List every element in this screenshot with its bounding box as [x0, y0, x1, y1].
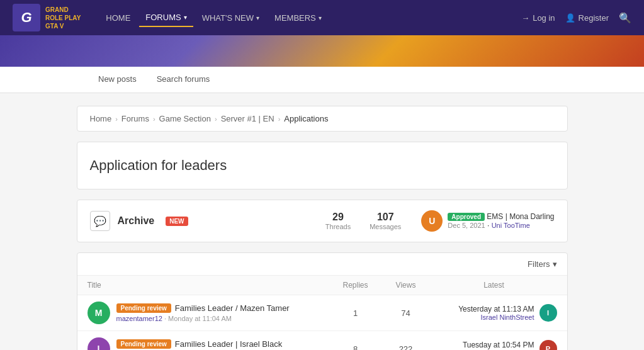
thread-info: Pending review Families Leader / Mazen T… — [116, 303, 330, 322]
thread-views: 222 — [381, 344, 431, 351]
thread-latest-inner: Yesterday at 11:13 AM Israel NinthStreet… — [431, 304, 557, 322]
threads-count: 29 — [325, 212, 351, 223]
login-icon: → — [521, 13, 529, 23]
threads-section: Filters ▾ Title Replies Views Latest M P… — [77, 252, 568, 350]
new-badge: NEW — [166, 217, 188, 226]
approved-badge: Approved — [448, 213, 485, 221]
nav-whats-new[interactable]: WHAT'S NEW ▾ — [196, 9, 266, 26]
thread-title[interactable]: Families Leader | Israel Black — [175, 339, 282, 349]
thread-latest-time: Tuesday at 10:54 PM — [463, 341, 534, 349]
thread-meta: mazentamer12 · Monday at 11:04 AM — [116, 315, 330, 322]
thread-replies: 1 — [330, 308, 381, 318]
thread-row: I Pending review Families Leader | Israe… — [77, 331, 567, 350]
logo-icon: G — [13, 4, 40, 31]
logo[interactable]: G GRAND ROLE PLAY GTA V — [13, 4, 81, 31]
main-content: Home › Forums › Game Section › Server #1… — [77, 93, 568, 350]
thread-title-line: Pending review Families Leader | Israel … — [116, 339, 330, 349]
archive-latest: U Approved EMS | Mona Darling Dec 5, 202… — [421, 210, 554, 232]
thread-avatar: M — [88, 302, 110, 324]
archive-latest-name: EMS | Mona Darling — [487, 212, 554, 221]
breadcrumb: Home › Forums › Game Section › Server #1… — [77, 106, 568, 132]
breadcrumb-server[interactable]: Server #1 | EN — [221, 114, 274, 123]
messages-label: Messages — [370, 223, 401, 230]
archive-latest-user[interactable]: Uni TooTime — [492, 222, 530, 229]
main-nav: HOME FORUMS ▾ WHAT'S NEW ▾ MEMBERS ▾ — [99, 9, 521, 27]
thread-latest-avatar: P — [539, 340, 557, 350]
col-header-replies: Replies — [330, 281, 381, 290]
archive-latest-avatar: U — [421, 210, 443, 232]
sub-nav-search-forums[interactable]: Search forums — [147, 67, 220, 93]
breadcrumb-current: Applications — [284, 114, 328, 123]
nav-members[interactable]: MEMBERS ▾ — [268, 9, 328, 26]
thread-title-line: Pending review Families Leader / Mazen T… — [116, 303, 330, 313]
thread-info: Pending review Families Leader | Israel … — [116, 339, 330, 350]
logo-letter: G — [21, 9, 31, 26]
thread-replies: 8 — [330, 344, 381, 351]
archive-icon: 💬 — [90, 211, 110, 231]
archive-latest-info: Approved EMS | Mona Darling Dec 5, 2021 … — [448, 212, 554, 230]
page-title: Application for leaders — [90, 157, 555, 174]
thread-title[interactable]: Families Leader / Mazen Tamer — [175, 303, 290, 313]
thread-avatar: I — [88, 337, 110, 350]
logo-text: GRAND ROLE PLAY GTA V — [45, 6, 81, 30]
breadcrumb-sep: › — [278, 115, 281, 123]
breadcrumb-sep: › — [215, 115, 217, 123]
nav-forums[interactable]: FORUMS ▾ — [139, 9, 193, 27]
threads-label: Threads — [325, 223, 351, 230]
breadcrumb-game-section[interactable]: Game Section — [159, 114, 211, 123]
messages-stat: 107 Messages — [370, 212, 401, 230]
sub-nav: New posts Search forums — [0, 67, 644, 93]
thread-row: M Pending review Families Leader / Mazen… — [77, 295, 567, 331]
archive-row: 💬 Archive NEW 29 Threads 107 Messages U — [90, 210, 555, 232]
breadcrumb-forums[interactable]: Forums — [121, 114, 149, 123]
filters-button[interactable]: Filters ▾ — [528, 259, 556, 269]
threads-stat: 29 Threads — [325, 212, 351, 230]
column-headers: Title Replies Views Latest — [77, 276, 567, 295]
col-header-latest: Latest — [431, 281, 557, 290]
pending-badge: Pending review — [116, 303, 171, 313]
thread-latest-inner: Tuesday at 10:54 PM Paps Junior P — [431, 340, 557, 350]
chevron-down-icon: ▾ — [319, 14, 322, 21]
messages-count: 107 — [370, 212, 401, 223]
thread-latest: Tuesday at 10:54 PM Paps Junior P — [431, 340, 557, 350]
breadcrumb-sep: › — [115, 115, 118, 123]
header-actions: → Log in 👤 Register 🔍 — [521, 12, 631, 24]
archive-label: Archive — [118, 215, 155, 227]
col-header-views: Views — [381, 281, 431, 290]
sub-nav-new-posts[interactable]: New posts — [88, 67, 147, 93]
pending-badge: Pending review — [116, 339, 171, 349]
archive-stats: 29 Threads 107 Messages — [325, 212, 402, 230]
thread-latest-time: Yesterday at 11:13 AM — [458, 305, 534, 313]
threads-header: Filters ▾ — [77, 253, 567, 276]
breadcrumb-sep: › — [153, 115, 155, 123]
thread-meta-user[interactable]: mazentamer12 — [116, 315, 162, 322]
thread-latest-avatar: I — [539, 304, 557, 322]
thread-latest-user[interactable]: Israel NinthStreet — [458, 313, 534, 321]
breadcrumb-home[interactable]: Home — [90, 114, 112, 123]
archive-latest-date: Dec 5, 2021 — [448, 222, 485, 229]
thread-latest: Yesterday at 11:13 AM Israel NinthStreet… — [431, 304, 557, 322]
register-button[interactable]: 👤 Register — [565, 13, 609, 23]
search-button[interactable]: 🔍 — [619, 12, 631, 24]
chevron-down-icon: ▾ — [184, 14, 187, 21]
col-header-title: Title — [88, 281, 330, 290]
banner — [0, 35, 644, 67]
chevron-down-icon: ▾ — [256, 14, 259, 21]
header: G GRAND ROLE PLAY GTA V HOME FORUMS ▾ WH… — [0, 0, 644, 35]
thread-latest-info: Yesterday at 11:13 AM Israel NinthStreet — [458, 305, 534, 321]
archive-section: 💬 Archive NEW 29 Threads 107 Messages U — [77, 200, 568, 242]
nav-home[interactable]: HOME — [99, 9, 137, 26]
chevron-down-icon: ▾ — [553, 259, 557, 269]
login-button[interactable]: → Log in — [521, 13, 555, 23]
threads-list: M Pending review Families Leader / Mazen… — [77, 295, 567, 350]
thread-latest-info: Tuesday at 10:54 PM Paps Junior — [463, 341, 534, 350]
thread-views: 74 — [381, 308, 431, 318]
page-title-box: Application for leaders — [77, 142, 568, 189]
user-plus-icon: 👤 — [565, 13, 575, 23]
